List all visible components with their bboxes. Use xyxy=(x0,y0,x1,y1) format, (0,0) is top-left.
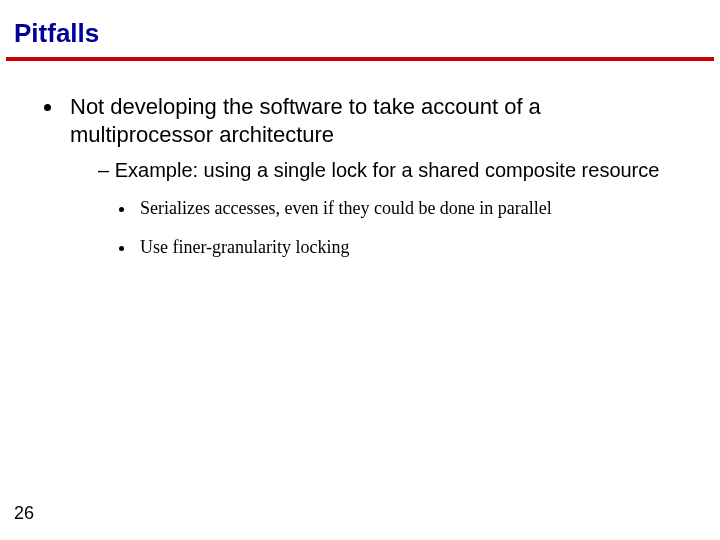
slide-body: Not developing the software to take acco… xyxy=(0,61,720,258)
list-item: Not developing the software to take acco… xyxy=(64,93,684,258)
bullet-list-level1: Not developing the software to take acco… xyxy=(36,93,684,258)
page-number: 26 xyxy=(14,503,34,524)
list-item: Use finer-granularity locking xyxy=(136,236,684,259)
list-item: Example: using a single lock for a share… xyxy=(98,158,684,258)
bullet-text: Not developing the software to take acco… xyxy=(70,94,541,147)
bullet-text: Serializes accesses, even if they could … xyxy=(140,198,552,218)
bullet-text: Use finer-granularity locking xyxy=(140,237,350,257)
slide: Pitfalls Not developing the software to … xyxy=(0,0,720,540)
bullet-list-level3: Serializes accesses, even if they could … xyxy=(98,197,684,258)
slide-title: Pitfalls xyxy=(0,0,720,55)
bullet-list-level2: Example: using a single lock for a share… xyxy=(70,158,684,258)
list-item: Serializes accesses, even if they could … xyxy=(136,197,684,220)
bullet-text: Example: using a single lock for a share… xyxy=(115,159,660,181)
